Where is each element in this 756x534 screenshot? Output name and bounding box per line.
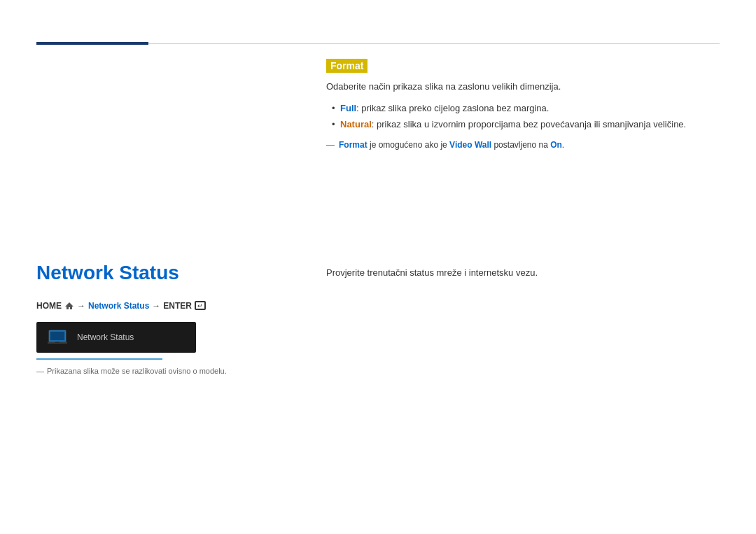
format-list-item-natural: Natural: prikaz slika u izvornim proporc… [333,116,720,132]
format-note: Format je omogućeno ako je Video Wall po… [326,140,720,150]
top-rule-left [36,42,148,45]
format-list-item-full: Full: prikaz slika preko cijelog zaslona… [333,100,720,116]
format-heading: Format [326,59,368,73]
breadcrumb-arrow1: → [77,301,85,311]
preview-note: Prikazana slika može se razlikovati ovis… [36,367,326,375]
home-icon [64,302,74,310]
breadcrumb-link: Network Status [88,301,149,311]
preview-label: Network Status [77,332,134,342]
page-container: Format Odaberite način prikaza slika na … [0,0,756,534]
svg-rect-4 [55,342,59,343]
format-description: Odaberite način prikaza slika na zaslonu… [326,80,720,94]
natural-text: : prikaz slika u izvornim proporcijama b… [372,119,686,129]
network-left: Network Status HOME → Network Status → E… [36,262,326,375]
svg-marker-0 [65,302,74,309]
format-list: Full: prikaz slika preko cijelog zaslona… [333,100,720,133]
full-label: Full [340,103,356,113]
network-section: Network Status HOME → Network Status → E… [36,262,720,375]
network-right: Provjerite trenutačni status mreže i int… [326,262,720,281]
format-note-prefix: Format je omogućeno ako je Video Wall po… [339,140,564,150]
breadcrumb-home: HOME [36,301,62,311]
top-rule-area [36,0,720,45]
svg-rect-2 [50,332,64,340]
ui-preview-box: Network Status [36,322,196,353]
breadcrumb: HOME → Network Status → ENTER ↵ [36,301,326,311]
top-rule-right [148,43,720,44]
breadcrumb-enter: ENTER [163,301,192,311]
breadcrumb-arrow2: → [152,301,160,311]
network-status-title: Network Status [36,262,326,284]
preview-divider [36,358,162,360]
laptop-icon [46,329,69,346]
full-text: : prikaz slika preko cijelog zaslona bez… [356,103,549,113]
network-description: Provjerite trenutačni status mreže i int… [326,266,720,281]
natural-label: Natural [340,119,372,129]
enter-icon: ↵ [195,301,206,310]
ui-preview-row: Network Status [36,322,196,353]
format-section: Format Odaberite način prikaza slika na … [326,59,720,150]
